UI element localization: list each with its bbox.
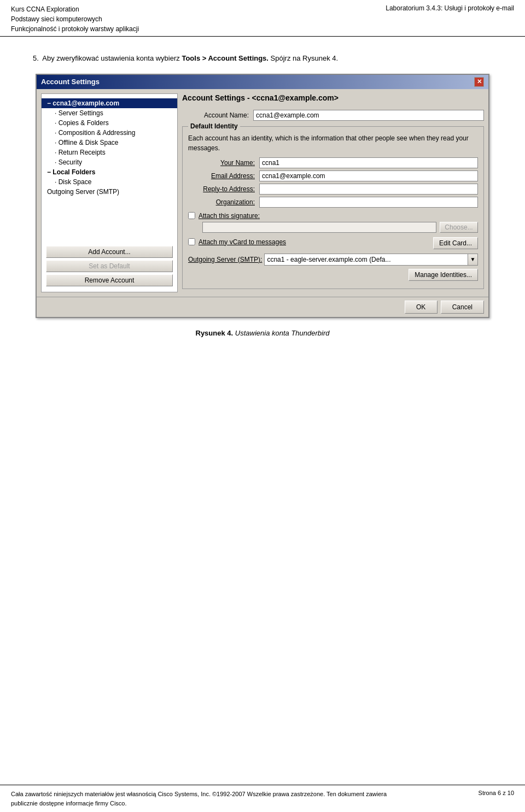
email-row: Email Address:: [188, 170, 478, 181]
tree-offline-disk[interactable]: · Offline & Disk Space: [42, 138, 177, 148]
header-title-line2: Podstawy sieci komputerowych: [11, 14, 139, 24]
attach-sig-label: Attach this signature:: [199, 212, 260, 220]
section-text-after: Spójrz na Rysunek 4.: [269, 54, 338, 62]
section-text-before: Aby zweryfikować ustawienia konta wybier…: [42, 54, 182, 62]
account-tree: − ccna1@example.com · Server Settings · …: [42, 96, 177, 243]
header-title-line1: Kurs CCNA Exploration: [11, 4, 139, 14]
section-paragraph: 5. Aby zweryfikować ustawienia konta wyb…: [33, 53, 492, 64]
document-header: Kurs CCNA Exploration Podstawy sieci kom…: [0, 0, 525, 37]
left-panel: − ccna1@example.com · Server Settings · …: [41, 93, 178, 292]
remove-account-button[interactable]: Remove Account: [46, 274, 173, 286]
email-input[interactable]: [259, 170, 478, 181]
dialog-close-button[interactable]: ✕: [474, 77, 484, 87]
tree-security[interactable]: · Security: [42, 157, 177, 167]
tree-disk-space[interactable]: · Disk Space: [42, 177, 177, 187]
footer-right: Strona 6 z 10: [479, 790, 514, 808]
dialog-footer: OK Cancel: [37, 297, 488, 317]
header-left: Kurs CCNA Exploration Podstawy sieci kom…: [11, 4, 139, 34]
tree-return-receipts[interactable]: · Return Receipts: [42, 148, 177, 157]
ok-button[interactable]: OK: [405, 301, 438, 314]
header-lab-label: Laboratorium 3.4.3: Usługi i protokoły e…: [386, 4, 514, 12]
default-identity-group: Default Identity Each account has an ide…: [182, 126, 484, 289]
attach-sig-row: Attach this signature:: [188, 212, 478, 220]
your-name-row: Your Name:: [188, 157, 478, 168]
manage-identities-button[interactable]: Manage Identities...: [409, 269, 478, 281]
tree-composition-addressing[interactable]: · Composition & Addressing: [42, 128, 177, 138]
your-name-label: Your Name:: [188, 159, 259, 167]
org-row: Organization:: [188, 197, 478, 208]
minus-icon: −: [47, 99, 51, 107]
default-identity-title: Default Identity: [188, 122, 240, 130]
reply-to-input[interactable]: [259, 184, 478, 195]
tree-outgoing-smtp[interactable]: Outgoing Server (SMTP): [42, 187, 177, 197]
tree-copies-folders[interactable]: · Copies & Folders: [42, 118, 177, 128]
account-name-input[interactable]: [253, 110, 484, 121]
document-body: 5. Aby zweryfikować ustawienia konta wyb…: [0, 37, 525, 370]
footer-line1: Cała zawartość niniejszych materiałów je…: [11, 790, 387, 799]
dialog-title: Account Settings: [41, 78, 100, 86]
section-text-bold: Tools > Account Settings.: [182, 54, 269, 62]
choose-sig-button[interactable]: Choose...: [440, 222, 478, 233]
set-default-button[interactable]: Set as Default: [46, 260, 173, 272]
header-title-line3: Funkcjonalność i protokoły warstwy aplik…: [11, 24, 139, 34]
sig-choose-row: Choose...: [188, 222, 478, 233]
account-name-row: Account Name:: [182, 110, 484, 121]
dialog-titlebar: Account Settings ✕: [37, 75, 488, 89]
reply-to-label: Reply-to Address:: [188, 185, 259, 193]
org-input[interactable]: [259, 197, 478, 208]
email-label: Email Address:: [188, 172, 259, 180]
account-settings-dialog: Account Settings ✕ − ccna1@example.com ·…: [36, 74, 489, 318]
header-right: Laboratorium 3.4.3: Usługi i protokoły e…: [386, 4, 514, 12]
smtp-label: Outgoing Server (SMTP):: [188, 256, 262, 263]
org-label: Organization:: [188, 198, 259, 206]
right-panel: Account Settings - <ccna1@example.com> A…: [182, 93, 484, 292]
document-footer: Cała zawartość niniejszych materiałów je…: [0, 785, 525, 812]
your-name-input[interactable]: [259, 157, 478, 168]
left-panel-buttons: Add Account... Set as Default Remove Acc…: [42, 243, 177, 290]
manage-identities-row: Manage Identities...: [188, 269, 478, 281]
attach-vcard-label: Attach my vCard to messages: [199, 238, 286, 246]
edit-card-button[interactable]: Edit Card...: [433, 237, 478, 249]
footer-page: Strona 6 z 10: [479, 790, 514, 796]
smtp-select[interactable]: ccna1 - eagle-server.example.com (Defa..…: [264, 254, 478, 266]
add-account-button[interactable]: Add Account...: [46, 246, 173, 258]
figure-caption: Rysunek 4. Ustawienia konta Thunderbird: [33, 329, 492, 337]
smtp-dropdown-icon[interactable]: ▼: [468, 254, 477, 266]
caption-description: Ustawienia konta Thunderbird: [235, 329, 330, 337]
smtp-row: Outgoing Server (SMTP): ccna1 - eagle-se…: [188, 254, 478, 266]
attach-vcard-checkbox[interactable]: [188, 238, 195, 245]
tree-local-folders[interactable]: − Local Folders: [42, 167, 177, 177]
identity-description: Each account has an identity, which is t…: [188, 133, 478, 153]
footer-left: Cała zawartość niniejszych materiałów je…: [11, 790, 387, 808]
right-panel-title: Account Settings - <ccna1@example.com>: [182, 93, 484, 102]
account-name-label: Account Name:: [182, 111, 253, 119]
minus-icon-2: −: [47, 168, 51, 176]
vcard-row: Attach my vCard to messages Edit Card...: [188, 237, 478, 249]
dialog-content: − ccna1@example.com · Server Settings · …: [37, 89, 488, 297]
smtp-select-text: ccna1 - eagle-server.example.com (Defa..…: [265, 255, 468, 264]
attach-sig-checkbox[interactable]: [188, 212, 195, 219]
reply-to-row: Reply-to Address:: [188, 184, 478, 195]
cancel-button[interactable]: Cancel: [441, 301, 484, 314]
caption-label: Rysunek 4.: [196, 329, 234, 337]
footer-line2: publicznie dostępne informacje firmy Cis…: [11, 799, 387, 808]
section-number: 5.: [33, 54, 39, 62]
tree-account-root[interactable]: − ccna1@example.com: [42, 98, 177, 108]
sig-input[interactable]: [202, 222, 436, 233]
tree-server-settings[interactable]: · Server Settings: [42, 108, 177, 118]
